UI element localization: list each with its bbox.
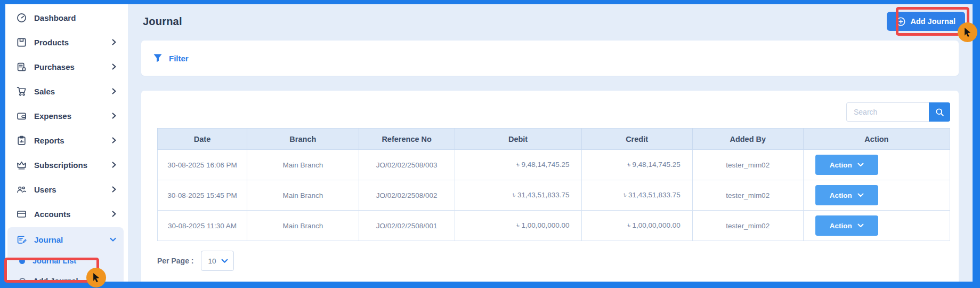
cell-reference-no: JO/02/02/2508/003: [359, 150, 455, 180]
cell-action: Action: [803, 180, 950, 211]
per-page-select[interactable]: 10: [201, 251, 234, 271]
screenshot-frame: Dashboard Products: [0, 0, 980, 288]
action-button-label: Action: [830, 191, 852, 199]
sidebar-item-subscriptions[interactable]: Subscriptions: [5, 153, 125, 177]
cell-credit: ৳ 31,43,51,833.75: [581, 180, 692, 211]
chevron-right-icon: [111, 88, 117, 94]
cell-credit: ৳ 1,00,00,000.00: [581, 211, 692, 241]
sidebar-item-dashboard[interactable]: Dashboard: [5, 5, 125, 30]
sidebar-item-label: Subscriptions: [34, 161, 111, 170]
action-dropdown-button[interactable]: Action: [815, 215, 878, 236]
chevron-down-icon: [110, 236, 116, 243]
wallet-icon: [16, 110, 27, 121]
per-page-label: Per Page :: [157, 257, 193, 265]
cell-credit: ৳ 9,48,14,745.25: [581, 150, 692, 180]
sidebar-item-label: Users: [34, 185, 111, 194]
cell-action: Action: [803, 211, 950, 241]
credit-card-icon: [16, 209, 27, 219]
chevron-right-icon: [111, 186, 117, 193]
chevron-right-icon: [111, 162, 117, 168]
table-header-row: Date Branch Reference No Debit Credit Ad…: [158, 129, 950, 150]
sidebar-item-users[interactable]: Users: [5, 177, 125, 202]
chevron-down-icon: [857, 163, 864, 167]
search-bar: [157, 102, 950, 122]
chevron-down-icon: [221, 259, 228, 263]
sidebar-item-label: Dashboard: [34, 13, 117, 22]
sidebar-item-label: Reports: [34, 136, 111, 145]
action-button-label: Action: [830, 161, 852, 169]
pagination-bar: Per Page : 10: [157, 251, 950, 282]
bullet-filled-icon: [19, 258, 25, 264]
cell-debit: ৳ 1,00,00,000.00: [455, 211, 581, 241]
cell-date: 30-08-2025 11:30 AM: [158, 211, 247, 241]
journal-edit-icon: [16, 234, 27, 245]
journal-table: Date Branch Reference No Debit Credit Ad…: [157, 128, 950, 241]
chevron-right-icon: [111, 39, 117, 45]
sidebar-item-journal[interactable]: Journal: [7, 228, 124, 251]
package-icon: [16, 37, 27, 47]
cell-added-by: tester_mim02: [692, 180, 803, 211]
search-icon: [935, 108, 944, 117]
filter-funnel-icon: [153, 53, 163, 63]
cell-date: 30-08-2025 16:06 PM: [158, 150, 247, 180]
chevron-right-icon: [111, 63, 117, 70]
cell-debit: ৳ 9,48,14,745.25: [455, 150, 581, 180]
sidebar-item-sales[interactable]: Sales: [5, 79, 125, 103]
users-icon: [16, 184, 27, 195]
per-page-value: 10: [208, 257, 216, 265]
search-input[interactable]: [846, 102, 929, 122]
action-button-label: Action: [830, 222, 852, 230]
sidebar-item-accounts[interactable]: Accounts: [5, 202, 125, 226]
table-row: 30-08-2025 16:06 PM Main Branch JO/02/02…: [158, 150, 950, 180]
sidebar-item-label: Products: [34, 38, 111, 47]
sidebar-item-label: Journal: [34, 235, 110, 244]
sidebar-item-add-journal[interactable]: Add Journal: [7, 271, 124, 282]
chevron-right-icon: [111, 137, 117, 143]
chevron-down-icon: [857, 223, 864, 228]
chevron-down-icon: [857, 193, 864, 197]
clipboard-icon: [16, 135, 27, 146]
sidebar-item-label: Purchases: [34, 62, 111, 71]
cell-branch: Main Branch: [247, 180, 359, 211]
sidebar-item-products[interactable]: Products: [5, 30, 125, 54]
chevron-right-icon: [111, 211, 117, 217]
column-header-branch: Branch: [247, 129, 359, 150]
column-header-credit: Credit: [581, 129, 692, 150]
add-journal-button[interactable]: Add Journal: [887, 12, 965, 31]
table-row: 30-08-2025 11:30 AM Main Branch JO/02/02…: [158, 211, 950, 241]
column-header-debit: Debit: [455, 129, 581, 150]
filter-panel[interactable]: Filter: [141, 41, 959, 76]
page-header: Journal Add Journal: [128, 4, 973, 38]
main-content: Journal Add Journal Filter: [128, 4, 973, 282]
cell-reference-no: JO/02/02/2508/001: [359, 211, 455, 241]
cell-action: Action: [803, 150, 950, 180]
column-header-action: Action: [803, 129, 950, 150]
column-header-date: Date: [158, 129, 247, 150]
action-dropdown-button[interactable]: Action: [815, 185, 878, 205]
chevron-right-icon: [111, 113, 117, 119]
cell-added-by: tester_mim02: [692, 150, 803, 180]
action-dropdown-button[interactable]: Action: [815, 155, 878, 175]
sidebar-subitem-label: Add Journal: [33, 277, 78, 282]
cell-branch: Main Branch: [247, 211, 359, 241]
sidebar: Dashboard Products: [5, 4, 128, 282]
column-header-added-by: Added By: [692, 129, 803, 150]
receipt-icon: [16, 61, 27, 72]
cell-debit: ৳ 31,43,51,833.75: [455, 180, 581, 211]
crown-icon: [16, 159, 27, 170]
cell-reference-no: JO/02/02/2508/002: [359, 180, 455, 211]
sidebar-item-label: Accounts: [34, 210, 111, 219]
add-journal-button-label: Add Journal: [910, 17, 955, 26]
page-title: Journal: [143, 15, 182, 28]
sidebar-item-journal-list[interactable]: Journal List: [7, 251, 124, 271]
sidebar-item-purchases[interactable]: Purchases: [5, 54, 125, 79]
cell-branch: Main Branch: [247, 150, 359, 180]
cart-icon: [16, 86, 27, 97]
search-button[interactable]: [929, 102, 950, 122]
plus-circle-icon: [896, 17, 905, 26]
sidebar-item-expenses[interactable]: Expenses: [5, 103, 125, 128]
table-row: 30-08-2025 15:45 PM Main Branch JO/02/02…: [158, 180, 950, 211]
app-window: Dashboard Products: [5, 4, 973, 282]
sidebar-item-reports[interactable]: Reports: [5, 128, 125, 153]
sidebar-item-label: Expenses: [34, 111, 111, 121]
